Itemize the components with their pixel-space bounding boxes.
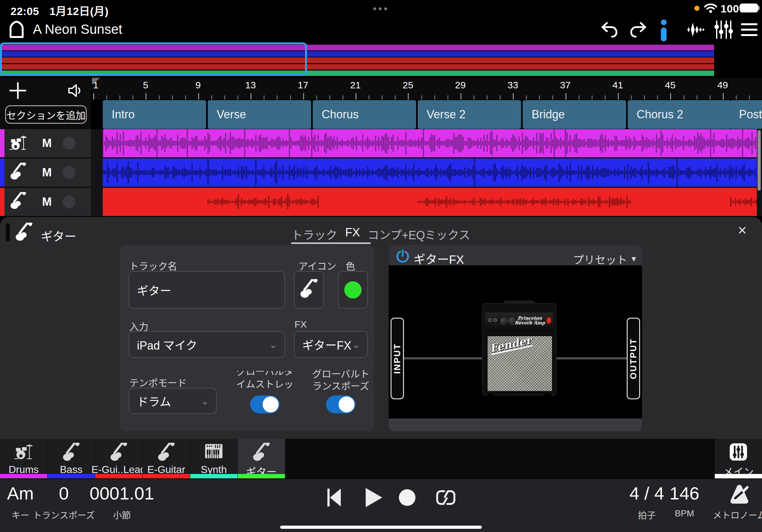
ruler-number: 33 — [508, 80, 518, 91]
track-color-button[interactable] — [338, 271, 368, 309]
vertical-scrollbar[interactable] — [758, 130, 761, 191]
redo-button[interactable] — [629, 21, 647, 39]
timestretch-toggle[interactable] — [250, 395, 279, 413]
home-button[interactable] — [8, 20, 25, 40]
section-block-post-c[interactable]: Post C — [730, 100, 762, 129]
audio-region[interactable] — [103, 188, 757, 216]
ruler-tick — [369, 96, 369, 100]
ruler-tick — [697, 96, 698, 100]
section-block-intro[interactable]: Intro — [103, 100, 206, 129]
track-row-header[interactable]: M — [0, 159, 91, 187]
ruler-tick — [277, 96, 277, 100]
time-signature-value[interactable]: 4 / 4 — [630, 483, 664, 503]
guitar-icon — [109, 443, 128, 464]
info-button[interactable] — [659, 19, 668, 43]
instrument-tab--[interactable]: ギター — [238, 439, 285, 478]
instrument-tab-color-strip — [47, 474, 95, 478]
instrument-tab-bass[interactable]: Bass — [47, 439, 95, 478]
instrument-tab-e-guitar[interactable]: E-Guitar — [143, 439, 190, 478]
fx-input-node[interactable]: INPUT — [391, 318, 404, 399]
audio-region[interactable] — [103, 129, 757, 157]
rewind-to-start-button[interactable] — [327, 488, 342, 508]
tab-comp-eq[interactable]: コンプ+EQ — [368, 226, 425, 242]
undo-button[interactable] — [600, 21, 618, 39]
guitar-icon — [14, 223, 34, 244]
tab-mix[interactable]: ミックス — [425, 226, 470, 242]
ruler-number: 13 — [245, 80, 256, 91]
add-section-button[interactable]: セクションを追加 — [5, 105, 87, 124]
fx-value: ギターFX — [302, 336, 351, 353]
section-block-chorus-2[interactable]: Chorus 2 — [628, 100, 731, 129]
track-icon-button[interactable] — [294, 271, 324, 309]
ruler-tick — [264, 96, 265, 100]
solo-button[interactable] — [62, 166, 75, 179]
instrument-tab-synth[interactable]: Synth — [190, 439, 237, 478]
minimap-selection[interactable] — [0, 42, 307, 76]
ruler-tick — [500, 96, 501, 100]
section-block-verse[interactable]: Verse — [208, 100, 311, 129]
song-overview-minimap[interactable] — [0, 43, 714, 75]
instrument-tab-e-gui-lead[interactable]: E-Gui..Lead — [95, 439, 142, 478]
audio-wave-button[interactable] — [685, 21, 705, 40]
global-transpose-label-line2: ランスポーズ — [312, 378, 369, 392]
metronome-button[interactable] — [728, 484, 750, 505]
preset-menu[interactable]: プリセット — [573, 251, 627, 267]
fx-label: FX — [294, 319, 307, 330]
mute-button[interactable]: M — [42, 137, 52, 150]
global-transpose-toggle[interactable] — [326, 395, 355, 413]
guitar-amp-device[interactable]: Princeton Reverb Amp Fender — [482, 300, 557, 399]
playhead-marker[interactable] — [92, 78, 100, 86]
audio-region[interactable] — [103, 159, 757, 187]
guitar-icon — [299, 279, 319, 301]
multitask-dots-icon[interactable] — [372, 6, 388, 12]
record-button[interactable] — [399, 489, 416, 506]
fx-chain-view[interactable]: INPUT OUTPUT — [389, 265, 642, 419]
section-block-chorus[interactable]: Chorus — [313, 100, 416, 129]
tab-track[interactable]: トラック — [291, 226, 337, 242]
loop-button[interactable] — [436, 489, 456, 508]
track-row-header[interactable]: M — [0, 129, 91, 157]
transpose-value[interactable]: 0 — [59, 483, 69, 503]
key-value[interactable]: Am — [7, 483, 34, 503]
main-mixer-tab[interactable]: メイン — [715, 439, 762, 478]
fx-power-button[interactable] — [396, 249, 410, 265]
instrument-tab-bar: Drums Bass E-Gui..Lead E-G — [0, 439, 762, 478]
solo-button[interactable] — [62, 195, 75, 208]
bar-ruler[interactable]: 15913172125293337414549 — [93, 78, 762, 100]
mute-button[interactable]: M — [42, 195, 52, 209]
song-title[interactable]: A Neon Sunset — [33, 22, 122, 37]
section-block-verse-2[interactable]: Verse 2 — [418, 100, 521, 129]
ruler-tick — [408, 93, 409, 100]
ruler-tick — [552, 96, 553, 100]
menu-button[interactable] — [741, 22, 758, 38]
track-name-field[interactable]: ギター — [128, 271, 285, 309]
tempo-mode-select[interactable]: ドラム ⌄ — [128, 388, 217, 414]
track-editor-panel: ギター トラック FX コンプ+EQ ミックス × トラック名 ギター アイコン… — [0, 217, 762, 439]
drums-icon — [14, 443, 34, 461]
input-select[interactable]: iPad マイク ⌄ — [128, 331, 285, 358]
fx-output-node[interactable]: OUTPUT — [627, 318, 640, 399]
faders-button[interactable] — [714, 20, 733, 41]
play-button[interactable] — [366, 488, 382, 507]
track-name-value: ギター — [137, 282, 171, 298]
section-block-bridge[interactable]: Bridge — [523, 100, 626, 129]
mute-button[interactable]: M — [42, 166, 52, 179]
track-color-strip — [0, 159, 4, 187]
bar-position-value[interactable]: 0001.01 — [90, 483, 154, 503]
track-row-header[interactable]: M — [0, 188, 91, 216]
fx-select[interactable]: ギターFX ⌄ — [294, 331, 368, 358]
section-lane[interactable]: IntroVerseChorusVerse 2BridgeChorus 2Pos… — [93, 100, 762, 129]
battery-icon — [740, 4, 760, 13]
add-track-button[interactable] — [9, 82, 27, 101]
close-panel-button[interactable]: × — [738, 221, 747, 239]
solo-button[interactable] — [62, 137, 75, 150]
arrangement-lanes[interactable] — [91, 129, 762, 216]
status-clock: 22:05 1月12日(月) — [11, 3, 109, 18]
bar-position-label: 小節 — [113, 508, 131, 521]
bpm-value[interactable]: 146 — [669, 483, 699, 503]
tab-fx[interactable]: FX — [345, 226, 360, 239]
master-volume-icon[interactable] — [68, 83, 84, 100]
instrument-tab-drums[interactable]: Drums — [0, 439, 47, 478]
panel-grip[interactable] — [6, 223, 10, 242]
home-indicator[interactable] — [280, 526, 482, 529]
